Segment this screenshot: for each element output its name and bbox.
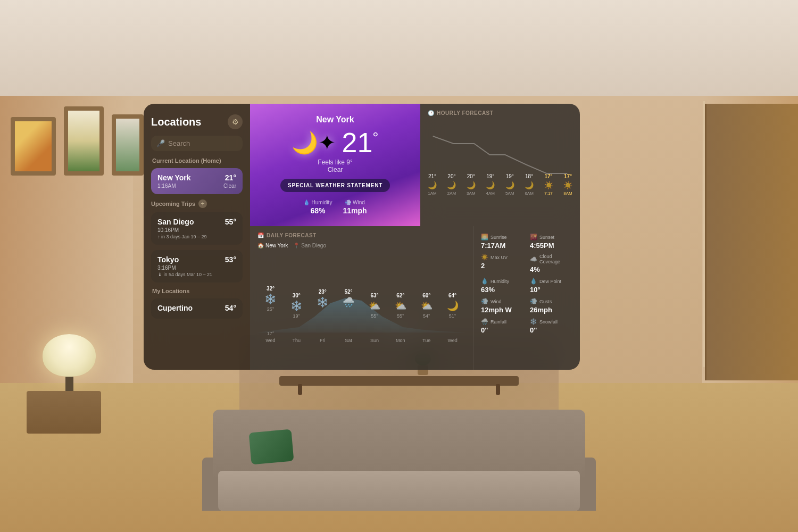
humidity-stat: 💧 Humidity 68% <box>303 200 332 215</box>
special-weather-alert-button[interactable]: SPECIAL WEATHER STATEMENT <box>280 179 390 192</box>
detail-dew-point: 💧 Dew Point 10° <box>530 278 572 294</box>
detail-maxuv: ☀️ Max UV 2 <box>481 254 523 273</box>
hourly-item-1am: 21° 🌙 1AM <box>428 173 437 196</box>
add-trip-button[interactable]: + <box>198 200 207 208</box>
loc-option-sandiego[interactable]: 📍 San Diego <box>293 243 326 248</box>
home-icon: 🏠 <box>257 243 264 248</box>
hourly-item-5am: 19° 🌙 5AM <box>505 173 514 196</box>
location-card-top: New York 21° <box>157 173 236 182</box>
hourly-forecast-card: 🕐 HOURLY FORECAST 21° 🌙 1AM <box>420 104 580 226</box>
bottom-row: 📅 DAILY FORECAST 🏠 New York 📍 San Diego <box>250 226 580 370</box>
location-cupertino[interactable]: Cupertino 54° <box>151 298 243 319</box>
tv-stand-legs <box>298 384 500 395</box>
side-table <box>27 391 101 434</box>
mic-icon: 🎤 <box>156 139 165 147</box>
detail-sunset: 🌇 Sunset 4:55PM <box>530 234 572 250</box>
daily-wed1: 32° ❄️ 25° 17° Wed <box>264 286 276 343</box>
sunrise-icon: 🌅 <box>481 234 488 240</box>
hourly-item-2am: 20° 🌙 2AM <box>447 173 456 196</box>
detail-sunrise: 🌅 Sunrise 7:17AM <box>481 234 523 250</box>
detail-cloud-coverage: ☁️ Cloud Coverage 4% <box>530 254 572 273</box>
moon-icon: 🌙✦ <box>292 130 336 155</box>
trip-meta-1: ↑ in 3 days Jan 19 – 29 <box>157 234 236 239</box>
window-light <box>703 101 705 367</box>
location-switcher: 🏠 New York 📍 San Diego <box>257 243 466 248</box>
pin-icon: 📍 <box>293 243 300 248</box>
frame-art-1 <box>15 121 52 171</box>
current-location-temp: 21° <box>225 173 236 182</box>
couch-seat <box>218 471 580 511</box>
upcoming-trips-label: Upcoming Trips <box>151 201 195 207</box>
cloud-icon: ☁️ <box>530 256 537 263</box>
trip-name-2: Tokyo <box>157 255 179 264</box>
lamp-shade <box>43 334 96 377</box>
daily-tue: 60° ⛅ 54° Tue <box>421 293 433 343</box>
humidity-detail-icon: 💧 <box>481 278 488 285</box>
shelf-right <box>705 104 798 380</box>
frame-art-2 <box>68 111 99 171</box>
trip-san-diego[interactable]: San Diego 55° 10:16PM ↑ in 3 days Jan 19… <box>151 212 243 245</box>
trip-card-top: San Diego 55° <box>157 218 236 226</box>
humidity-icon: 💧 <box>303 200 310 205</box>
locations-header: Locations ⚙ <box>151 114 243 129</box>
search-placeholder: Search <box>168 139 190 147</box>
loc-option-newyork[interactable]: 🏠 New York <box>257 243 288 248</box>
picture-frame-2 <box>64 106 104 176</box>
detail-gusts: 💨 Gusts 26mph <box>530 298 572 314</box>
tv-leg-left <box>298 384 302 395</box>
uv-icon: ☀️ <box>481 254 488 261</box>
current-temp-row: 🌙✦ 21° <box>292 129 378 156</box>
frame-art-3 <box>116 119 139 171</box>
add-icon: + <box>201 201 205 207</box>
daily-label: DAILY FORECAST <box>267 232 317 238</box>
daily-sat: 52° 🌧️ Sat <box>343 289 354 343</box>
trip-name-1: San Diego <box>157 218 194 226</box>
gear-icon: ⚙ <box>232 118 239 126</box>
hourly-items: 21° 🌙 1AM 20° 🌙 2AM 20° 🌙 3AM <box>428 121 572 196</box>
current-temp: 21° <box>342 129 378 156</box>
humidity-value: 68% <box>310 206 325 215</box>
wind-value: 11mph <box>343 206 367 215</box>
weather-details-panel: 🌅 Sunrise 7:17AM 🌇 Sunset 4:55PM ☀️ Ma <box>473 226 580 370</box>
rain-icon: 🌧️ <box>481 318 488 325</box>
daily-header: 📅 DAILY FORECAST <box>257 232 466 238</box>
picture-frame-1 <box>11 117 56 176</box>
wind-detail-icon: 💨 <box>481 298 488 305</box>
trip-meta-2: 🌡 in 54 days Mar 10 – 21 <box>157 272 236 277</box>
picture-frame-3 <box>112 114 144 176</box>
hourly-chart: 21° 🌙 1AM 20° 🌙 2AM 20° 🌙 3AM <box>428 121 572 196</box>
calendar-icon: 📅 <box>257 232 264 238</box>
trip-time-1: 10:16PM <box>157 227 179 233</box>
daily-mon: 62° ⛅ 55° Mon <box>395 293 406 343</box>
search-box[interactable]: 🎤 Search <box>151 136 243 151</box>
hourly-item-6am: 18° 🌙 6AM <box>525 173 534 196</box>
cupertino-temp: 54° <box>225 304 236 312</box>
humidity-label: 💧 Humidity <box>303 200 332 205</box>
cupertino-top: Cupertino 54° <box>157 304 236 312</box>
dew-icon: 💧 <box>530 278 537 285</box>
trip-tokyo[interactable]: Tokyo 53° 3:16PM 🌡 in 54 days Mar 10 – 2… <box>151 250 243 282</box>
cupertino-name: Cupertino <box>157 304 193 312</box>
locations-panel: Locations ⚙ 🎤 Search Current Location (H… <box>144 104 250 370</box>
condition-text: Clear <box>328 166 343 173</box>
trip-tokyo-top: Tokyo 53° <box>157 255 236 264</box>
current-city: New York <box>316 115 354 124</box>
trip-temp-2: 53° <box>225 255 236 264</box>
current-location-condition: Clear <box>223 183 236 189</box>
daily-sun: 63° ⛅ 55° Sun <box>369 293 380 343</box>
current-location-name: New York <box>157 173 191 182</box>
main-weather-panel: New York 🌙✦ 21° Feels like 9° Clear SPEC… <box>250 104 580 370</box>
snow-icon: ❄️ <box>530 318 537 325</box>
wind-icon: 💨 <box>345 200 351 205</box>
daily-fri: 23° ❄️ Fri <box>317 289 328 343</box>
weather-stats-row: 💧 Humidity 68% 💨 Wind 11mph <box>303 200 367 215</box>
sunset-icon: 🌇 <box>530 234 537 240</box>
detail-snowfall: ❄️ Snowfall 0" <box>530 318 572 334</box>
top-row: New York 🌙✦ 21° Feels like 9° Clear SPEC… <box>250 104 580 226</box>
hourly-label: HOURLY FORECAST <box>437 110 493 116</box>
wind-stat: 💨 Wind 11mph <box>343 200 367 215</box>
locations-title: Locations <box>151 116 201 128</box>
detail-humidity: 💧 Humidity 63% <box>481 278 523 294</box>
gear-button[interactable]: ⚙ <box>228 114 243 129</box>
current-location-card[interactable]: New York 21° 1:16AM Clear <box>151 168 243 194</box>
